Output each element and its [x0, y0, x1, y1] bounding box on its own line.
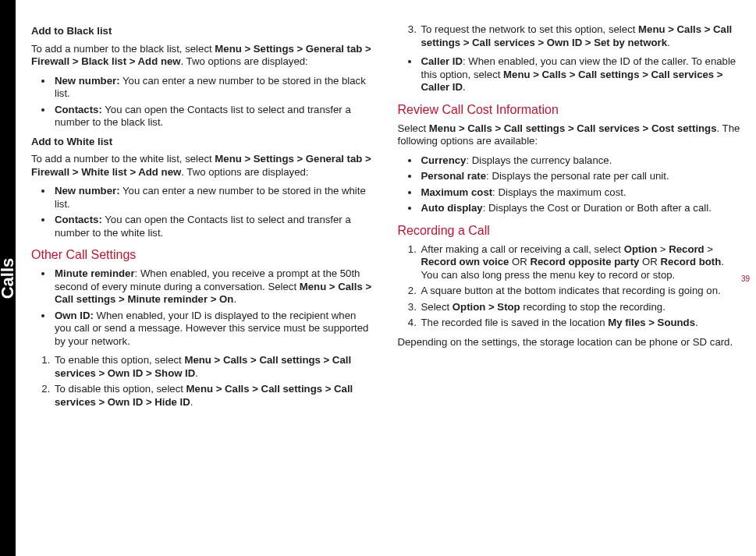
side-tab: Calls — [0, 0, 16, 556]
text: . Two options are displayed: — [181, 166, 308, 178]
text: : Displays the Cost or Duration or Both … — [483, 202, 712, 214]
text: To add a number to the white list, selec… — [31, 153, 215, 165]
white-list-intro: To add a number to the white list, selec… — [31, 153, 374, 179]
list-item: New number: You can enter a new number t… — [53, 75, 374, 101]
other-settings-list: Minute reminder: When enabled, you recei… — [31, 267, 374, 348]
list-item: Maximum cost: Displays the maximum cost. — [420, 186, 741, 200]
option-label: Contacts: — [55, 104, 102, 115]
list-item: Contacts: You can open the Contacts list… — [53, 214, 374, 239]
menu-path: Record both — [661, 256, 722, 267]
list-item: To disable this option, select Menu > Ca… — [53, 383, 374, 409]
own-id-steps: To enable this option, select Menu > Cal… — [31, 354, 374, 409]
text: . — [463, 81, 466, 93]
page-content: Add to Black list To add a number to the… — [31, 23, 740, 533]
cost-options: Currency: Displays the currency balance.… — [398, 154, 741, 215]
text: To request the network to set this optio… — [421, 23, 639, 35]
recording-steps: After making a call or receiving a call,… — [398, 243, 741, 330]
text: To enable this option, select — [55, 354, 184, 366]
option-label: Auto display — [421, 202, 483, 214]
column-left: Add to Black list To add a number to the… — [31, 23, 374, 533]
text: . — [195, 367, 198, 379]
option-label: Own ID: — [55, 310, 94, 321]
list-item: After making a call or receiving a call,… — [420, 243, 741, 282]
black-list-options: New number: You can enter a new number t… — [31, 75, 374, 129]
option-label: Maximum cost — [421, 186, 493, 198]
text: . — [190, 396, 193, 408]
text: > — [657, 243, 669, 255]
option-label: New number: — [55, 75, 120, 87]
list-item: Minute reminder: When enabled, you recei… — [53, 267, 374, 306]
list-item: Personal rate: Displays the personal rat… — [420, 170, 741, 183]
menu-path: Record opposite party — [530, 256, 639, 267]
list-item: The recorded file is saved in the locati… — [420, 317, 741, 330]
text: The recorded file is saved in the locati… — [421, 317, 609, 328]
list-item: New number: You can enter a new number t… — [53, 185, 374, 211]
menu-path: Menu > Calls > Call settings > Call serv… — [429, 122, 717, 134]
page-number: 39 — [741, 274, 750, 282]
heading-recording: Recording a Call — [398, 223, 741, 239]
list-item: Select Option > Stop recording to stop t… — [420, 301, 741, 314]
list-item: Caller ID: When enabled, you can view th… — [420, 55, 741, 94]
menu-path: Record own voice — [421, 256, 509, 267]
text: . — [695, 317, 698, 328]
heading-white-list: Add to White list — [31, 136, 374, 149]
cost-intro: Select Menu > Calls > Call settings > Ca… — [398, 122, 741, 148]
heading-black-list: Add to Black list — [31, 25, 374, 38]
option-label: Minute reminder — [55, 267, 135, 279]
text: > — [705, 243, 713, 255]
side-tab-label: Calls — [0, 257, 18, 299]
text: : Displays the maximum cost. — [492, 186, 626, 198]
text: : Displays the personal rate per call un… — [486, 170, 669, 182]
list-item: A square button at the bottom indicates … — [420, 285, 741, 298]
own-id-steps-cont: To request the network to set this optio… — [398, 23, 741, 49]
text: To disable this option, select — [55, 383, 186, 395]
text: . Two options are displayed: — [181, 55, 308, 67]
menu-path: My files > Sounds — [608, 317, 695, 328]
list-item: To request the network to set this optio… — [420, 23, 741, 49]
menu-path: Record — [669, 243, 704, 255]
text: recording to stop the recording. — [520, 301, 665, 313]
white-list-options: New number: You can enter a new number t… — [31, 185, 374, 239]
menu-path: Option — [624, 243, 657, 255]
recording-footer: Depending on the settings, the storage l… — [398, 336, 741, 349]
list-item: Own ID: When enabled, your ID is display… — [53, 310, 374, 349]
text: OR — [639, 256, 660, 267]
text: OR — [509, 256, 530, 267]
text: Select — [398, 122, 429, 134]
heading-other-settings: Other Call Settings — [31, 247, 374, 263]
option-label: Caller ID — [421, 55, 463, 67]
text: When enabled, your ID is displayed to th… — [55, 310, 368, 347]
option-label: Personal rate — [421, 170, 487, 182]
list-item: Contacts: You can open the Contacts list… — [53, 104, 374, 129]
column-right: To request the network to set this optio… — [398, 23, 741, 533]
option-label: Contacts: — [55, 214, 102, 225]
text: Select — [421, 301, 453, 313]
option-label: Currency — [421, 154, 467, 166]
text: : Displays the currency balance. — [466, 154, 612, 166]
list-item: To enable this option, select Menu > Cal… — [53, 354, 374, 380]
caller-id-list: Caller ID: When enabled, you can view th… — [398, 55, 741, 94]
heading-cost-info: Review Call Cost Information — [398, 102, 741, 118]
text: To add a number to the black list, selec… — [31, 43, 215, 55]
text: After making a call or receiving a call,… — [421, 243, 624, 255]
list-item: Auto display: Displays the Cost or Durat… — [420, 202, 741, 215]
black-list-intro: To add a number to the black list, selec… — [31, 43, 374, 69]
option-label: New number: — [55, 185, 120, 197]
text: . — [667, 37, 670, 48]
menu-path: Option > Stop — [453, 301, 520, 313]
text: . — [233, 293, 236, 305]
list-item: Currency: Displays the currency balance. — [420, 154, 741, 168]
